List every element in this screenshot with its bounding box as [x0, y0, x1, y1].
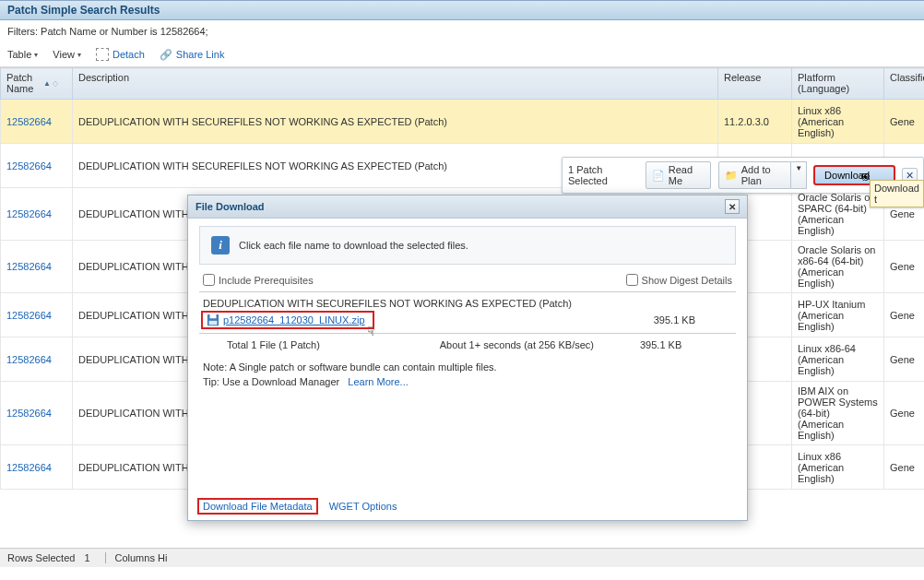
cell-release: 11.2.0.3.0 [718, 100, 792, 144]
file-download-link[interactable]: p12582664_112030_LINUX.zip [223, 314, 365, 326]
view-menu[interactable]: View▾ [53, 49, 81, 60]
cell-platform: IBM AIX on POWER Systems (64-bit) (Ameri… [792, 382, 884, 445]
time-estimate: About 1+ seconds (at 256 KB/sec) [406, 339, 603, 350]
disk-icon [207, 314, 219, 326]
readme-button[interactable]: 📄 Read Me [646, 161, 711, 189]
patch-link[interactable]: 12582664 [6, 310, 52, 321]
tip-row: Tip: Use a Download Manager Learn More..… [199, 374, 736, 397]
share-link[interactable]: 🔗 Share Link [160, 49, 225, 61]
detach-icon [96, 48, 109, 61]
totals-row: Total 1 File (1 Patch) About 1+ seconds … [199, 334, 736, 356]
cell-platform: Linux x86 (American English) [792, 445, 884, 490]
cell-classification: Gene [884, 293, 925, 337]
detach-link[interactable]: Detach [96, 48, 145, 61]
detach-label: Detach [113, 49, 145, 60]
panel-header: Patch Simple Search Results [0, 0, 924, 20]
tip-text: Tip: Use a Download Manager [203, 376, 339, 387]
add-to-plan-button[interactable]: 📁 Add to Plan [718, 161, 791, 189]
cell-platform: Linux x86 (American English) [792, 100, 884, 144]
th-platform-label: Platform (Language) [798, 72, 849, 94]
cell-platform: Linux x86-64 (American English) [792, 337, 884, 382]
document-icon: 📄 [652, 170, 665, 182]
dialog-close-button[interactable]: ✕ [725, 199, 740, 214]
file-download-dialog: File Download ✕ i Click each file name t… [187, 195, 748, 490]
th-classification[interactable]: Classification [884, 68, 925, 100]
dialog-body: i Click each file name to download the s… [188, 219, 747, 400]
cell-patch-name: 12582664 [1, 144, 73, 188]
show-digest-label: Show Digest Details [642, 275, 732, 286]
panel-title: Patch Simple Search Results [7, 4, 160, 17]
cell-description: DEDUPLICATION WITH SECUREFILES NOT WORKI… [73, 100, 718, 144]
th-release[interactable]: Release [718, 68, 792, 100]
th-description-label: Description [78, 72, 129, 83]
cell-platform: HP-UX Itanium (American English) [792, 293, 884, 337]
svg-rect-1 [210, 314, 217, 318]
filters-text: Filters: Patch Name or Number is 1258266… [7, 26, 208, 37]
cell-patch-name: 12582664 [1, 100, 73, 144]
download-tooltip-text: Download t [874, 183, 919, 205]
total-files-label: Total 1 File (1 Patch) [203, 339, 369, 350]
cell-classification: Gene [884, 445, 925, 490]
table-menu-label: Table [7, 49, 31, 60]
patch-link[interactable]: 12582664 [6, 408, 52, 419]
file-section: DEDUPLICATION WITH SECUREFILES NOT WORKI… [199, 291, 736, 334]
cell-patch-name: 12582664 [1, 188, 73, 241]
patch-link[interactable]: 12582664 [6, 261, 52, 272]
cell-patch-name: 12582664 [1, 382, 73, 445]
chevron-down-icon: ▾ [34, 51, 38, 59]
cell-classification: Gene [884, 382, 925, 445]
dialog-header[interactable]: File Download ✕ [188, 195, 747, 219]
note-text: Note: A Single patch or software bundle … [199, 356, 736, 374]
learn-more-link[interactable]: Learn More... [348, 376, 408, 387]
show-digest-checkbox[interactable]: Show Digest Details [626, 274, 732, 286]
folder-icon: 📁 [725, 170, 738, 182]
sort-asc-icon: ▲ [43, 79, 51, 88]
include-prerequisites-label: Include Prerequisites [219, 275, 314, 286]
dialog-title: File Download [195, 201, 265, 212]
file-size: 395.1 KB [654, 314, 732, 326]
th-description[interactable]: Description [73, 68, 718, 100]
th-release-label: Release [724, 72, 761, 83]
table-toolbar: Table▾ View▾ Detach 🔗 Share Link [0, 42, 924, 67]
cell-classification: Gene [884, 241, 925, 293]
file-section-title: DEDUPLICATION WITH SECUREFILES NOT WORKI… [199, 292, 736, 311]
cell-patch-name: 12582664 [1, 445, 73, 490]
patch-link[interactable]: 12582664 [6, 116, 52, 127]
patch-link[interactable]: 12582664 [6, 208, 52, 219]
include-prerequisites-checkbox[interactable]: Include Prerequisites [203, 274, 314, 286]
qbe-icon[interactable]: ◇ [53, 79, 58, 88]
add-to-plan-dropdown[interactable]: ▼ [791, 161, 807, 189]
patch-link[interactable]: 12582664 [6, 354, 52, 365]
th-patch-name-label: Patch Name [6, 72, 41, 94]
info-icon: i [211, 236, 230, 254]
info-text: Click each file name to download the sel… [239, 240, 468, 251]
chevron-down-icon: ▾ [77, 51, 81, 59]
patch-link[interactable]: 12582664 [6, 462, 52, 473]
view-menu-label: View [53, 49, 75, 60]
cell-classification: Gene [884, 100, 925, 144]
add-to-plan-label: Add to Plan [741, 164, 785, 186]
file-name: p12582664_112030_LINUX.zip [223, 314, 365, 326]
th-patch-name[interactable]: Patch Name ▲ ◇ [1, 68, 73, 100]
cell-classification: Gene [884, 337, 925, 382]
share-link-label: Share Link [176, 49, 225, 60]
download-tooltip: Download t [870, 180, 924, 207]
cell-patch-name: 12582664 [1, 241, 73, 293]
cell-platform: Oracle Solaris on x86-64 (64-bit) (Ameri… [792, 241, 884, 293]
th-platform[interactable]: Platform (Language) [792, 68, 884, 100]
cell-patch-name: 12582664 [1, 337, 73, 382]
file-link-highlight: p12582664_112030_LINUX.zip [203, 313, 373, 327]
th-classification-label: Classification [890, 72, 924, 83]
svg-rect-2 [209, 321, 218, 325]
include-prerequisites-input[interactable] [203, 274, 215, 286]
table-row[interactable]: 12582664DEDUPLICATION WITH SECUREFILES N… [1, 100, 925, 144]
show-digest-input[interactable] [626, 274, 638, 286]
patch-link[interactable]: 12582664 [6, 160, 52, 172]
readme-label: Read Me [669, 164, 705, 186]
info-box: i Click each file name to download the s… [199, 226, 736, 265]
filters-summary: Filters: Patch Name or Number is 1258266… [0, 20, 924, 42]
selected-count-text: 1 Patch Selected [568, 164, 638, 186]
total-size: 395.1 KB [640, 339, 732, 350]
table-menu[interactable]: Table▾ [7, 49, 38, 60]
file-row: p12582664_112030_LINUX.zip 395.1 KB [199, 311, 736, 333]
